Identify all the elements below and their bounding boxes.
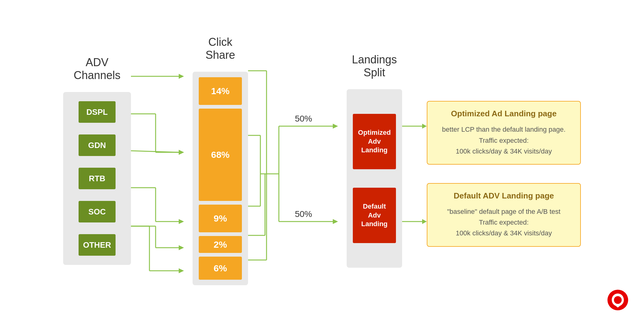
svg-marker-1 xyxy=(179,74,184,79)
svg-marker-19 xyxy=(179,268,184,273)
adv-channels-header: ADVChannels xyxy=(74,55,120,83)
svg-text:50%: 50% xyxy=(295,209,312,219)
vodafone-logo xyxy=(607,289,629,311)
adv-box-gdn: GDN xyxy=(79,134,116,156)
svg-marker-7 xyxy=(179,150,184,155)
svg-marker-36 xyxy=(333,219,338,224)
adv-box-dspl: DSPL xyxy=(79,101,116,123)
click-share-header: ClickShare xyxy=(206,35,235,62)
adv-to-click-arrows xyxy=(131,55,193,292)
default-adv-landing-box: DefaultAdvLanding xyxy=(353,188,396,243)
default-card-body: "baseline" default page of the A/B testT… xyxy=(436,206,572,239)
adv-box-other: OTHER xyxy=(79,234,116,256)
svg-marker-15 xyxy=(179,245,184,250)
svg-marker-42 xyxy=(422,219,427,224)
landing-to-info-arrows xyxy=(402,55,427,292)
click-box-2: 2% xyxy=(199,236,242,253)
click-box-9: 9% xyxy=(199,205,242,232)
click-share-section: ClickShare 14% 68% 9% 2% 6% xyxy=(193,35,248,285)
svg-marker-11 xyxy=(179,219,184,224)
optimized-adv-landing-box: OptimizedAdvLanding xyxy=(353,114,396,169)
landings-split-header: LandingsSplit xyxy=(352,52,397,80)
adv-box-soc: SOC xyxy=(79,201,116,222)
default-card-title: Default ADV Landing page xyxy=(436,191,572,201)
svg-text:50%: 50% xyxy=(295,114,312,123)
optimized-card-body: better LCP than the default landing page… xyxy=(436,124,572,157)
optimized-info-card: Optimized Ad Landing page better LCP tha… xyxy=(427,101,581,165)
click-to-landing-arrows: 50% 50% xyxy=(248,55,347,292)
click-box-14: 14% xyxy=(199,77,242,105)
svg-line-6 xyxy=(131,151,179,152)
click-box-68: 68% xyxy=(199,109,242,201)
default-info-card: Default ADV Landing page "baseline" defa… xyxy=(427,183,581,247)
svg-marker-40 xyxy=(422,124,427,129)
landings-column-bg: OptimizedAdvLanding DefaultAdvLanding xyxy=(347,89,402,268)
click-column-bg: 14% 68% 9% 2% 6% xyxy=(193,72,248,285)
svg-point-44 xyxy=(614,296,622,304)
landings-split-section: LandingsSplit OptimizedAdvLanding Defaul… xyxy=(347,52,402,268)
click-box-6: 6% xyxy=(199,257,242,280)
info-cards-section: Optimized Ad Landing page better LCP tha… xyxy=(427,101,581,246)
optimized-card-title: Optimized Ad Landing page xyxy=(436,109,572,118)
adv-box-rtb: RTB xyxy=(79,168,116,189)
svg-marker-34 xyxy=(333,124,338,129)
main-container: ADVChannels DSPL GDN RTB SOC OTHER xyxy=(0,0,644,320)
adv-column-bg: DSPL GDN RTB SOC OTHER xyxy=(63,92,131,265)
adv-channels-section: ADVChannels DSPL GDN RTB SOC OTHER xyxy=(63,55,131,265)
